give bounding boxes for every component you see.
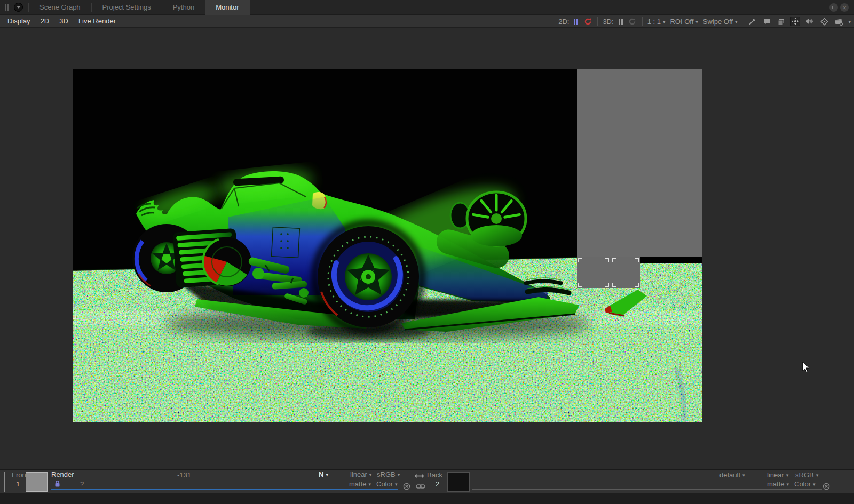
compare-views-icon[interactable]	[805, 17, 815, 26]
back-buffer-thumbnail[interactable]	[447, 472, 470, 492]
toolbar-separator	[597, 17, 598, 26]
pane-splitter[interactable]	[4, 472, 5, 492]
back-matte-dropdown[interactable]: matte	[767, 480, 789, 488]
back-view-option-dropdown[interactable]: default	[719, 471, 745, 479]
tab-separator	[250, 3, 250, 12]
annotation-icon[interactable]	[762, 17, 771, 26]
back-buffer-label: Back	[427, 471, 442, 479]
swipe-dropdown[interactable]: Swipe Off	[703, 18, 738, 26]
monitor-status-bar: Front 1 Render ? -131 N linear sRGB matt…	[0, 469, 854, 493]
front-buffer-number: 1	[16, 480, 20, 488]
menu-display[interactable]: Display	[7, 17, 30, 25]
tab-python[interactable]: Python	[162, 0, 205, 15]
front-matte-dropdown[interactable]: matte	[349, 480, 371, 488]
roi-dropdown[interactable]: ROI Off	[670, 18, 698, 26]
resolution-unknown-label: ?	[80, 480, 84, 488]
channel-mode-dropdown[interactable]: N	[319, 470, 328, 478]
pane-close-icon[interactable]	[840, 3, 849, 12]
link-buffers-icon[interactable]	[416, 483, 425, 491]
back-transfer-dropdown[interactable]: linear	[767, 471, 788, 479]
monitor-viewport[interactable]	[0, 28, 854, 469]
tab-monitor[interactable]: Monitor	[205, 0, 249, 15]
horizon-shadow-band	[640, 257, 702, 263]
window-footer	[0, 493, 854, 504]
pane-drag-handle[interactable]	[5, 4, 9, 11]
zoom-ratio-dropdown[interactable]: 1 : 1	[647, 18, 666, 26]
lock-icon[interactable]	[54, 480, 60, 489]
tab-scene-graph[interactable]: Scene Graph	[29, 0, 91, 15]
tab-project-settings[interactable]: Project Settings	[92, 0, 162, 15]
front-transfer-dropdown[interactable]: linear	[350, 470, 371, 478]
tab-options-icon[interactable]	[14, 3, 23, 12]
tab-bar: Scene Graph Project Settings Python Moni…	[0, 0, 854, 15]
back-reset-icon[interactable]	[823, 483, 830, 492]
label-2d: 2D:	[558, 18, 569, 26]
front-display-dropdown[interactable]: sRGB	[377, 470, 400, 478]
toolbar-separator	[742, 17, 742, 26]
layers-icon[interactable]	[776, 17, 786, 26]
front-component-dropdown[interactable]: Color	[376, 480, 398, 488]
render-buckets	[577, 257, 640, 288]
render-status-label: Render	[51, 470, 74, 478]
color-sample-icon[interactable]	[747, 17, 757, 26]
toolbar-separator	[642, 17, 643, 26]
back-render-progress	[472, 489, 822, 490]
unrendered-region	[577, 69, 702, 257]
menu-live-render[interactable]: Live Render	[78, 17, 116, 25]
reset-icon[interactable]	[403, 483, 410, 492]
front-render-progress	[51, 489, 398, 490]
mouse-cursor	[802, 362, 811, 375]
menu-2d[interactable]: 2D	[41, 17, 50, 25]
front-wheel	[315, 223, 422, 330]
render-image[interactable]	[73, 69, 702, 422]
label-3d: 3D:	[603, 18, 613, 26]
sync-3d-icon[interactable]	[628, 17, 637, 26]
pan-view-icon[interactable]	[790, 17, 800, 26]
render-actions-dropdown-icon[interactable]	[846, 18, 851, 26]
back-component-dropdown[interactable]: Color	[794, 480, 816, 488]
frame-offset-value: -131	[177, 471, 191, 479]
render-actions-icon[interactable]	[834, 17, 843, 26]
pixel-probe-icon[interactable]	[819, 17, 829, 26]
swap-buffers-icon[interactable]	[414, 473, 424, 481]
monitor-toolbar: Display 2D 3D Live Render 2D: 3D: 1 : 1 …	[0, 15, 854, 28]
pause-2d-icon[interactable]	[574, 19, 578, 25]
back-display-dropdown[interactable]: sRGB	[795, 471, 818, 479]
front-buffer-thumbnail[interactable]	[26, 472, 48, 492]
back-buffer-number: 2	[436, 480, 439, 488]
pause-3d-icon[interactable]	[619, 19, 623, 25]
menu-3d[interactable]: 3D	[59, 17, 68, 25]
sync-2d-icon[interactable]	[583, 17, 592, 26]
pane-maximize-icon[interactable]	[829, 3, 838, 12]
